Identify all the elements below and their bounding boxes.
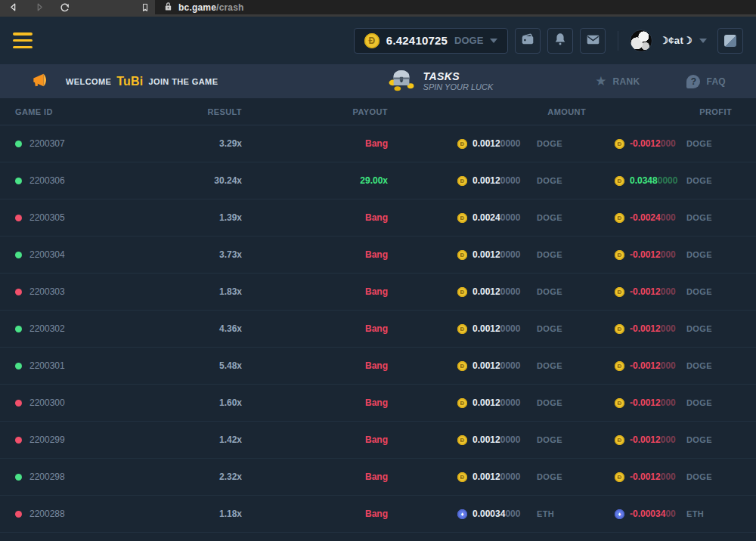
forward-arrow-icon[interactable]: [33, 1, 46, 14]
result-multiplier: 1.83x: [151, 286, 242, 297]
amount-coin-icon: Đ: [457, 287, 467, 297]
table-row[interactable]: 2200307 3.29x Bang Đ 0.00120000 DOGE Đ -…: [0, 125, 756, 162]
status-dot: [15, 437, 22, 444]
back-arrow-icon[interactable]: [6, 1, 20, 14]
welcome-message: WELCOME TuBi JOIN THE GAME: [66, 75, 218, 88]
url-text: bc.game/crash: [178, 2, 244, 13]
browser-chrome: bc.game/crash: [0, 0, 756, 17]
profit-coin-icon: Đ: [615, 472, 624, 482]
balance-selector[interactable]: Đ 6.42410725 DOGE: [354, 28, 509, 54]
status-dot: [15, 511, 22, 518]
payout-value: 29.00x: [242, 175, 388, 186]
profit-coin-icon: Đ: [615, 250, 624, 260]
profit-value: -0.0012000: [630, 360, 686, 371]
table-row[interactable]: 2200304 3.73x Bang Đ 0.00120000 DOGE Đ -…: [0, 236, 756, 274]
profit-coin-icon: Đ: [615, 398, 624, 408]
amount-coin-icon: Đ: [457, 213, 467, 223]
user-menu[interactable]: ☽¢at☽: [630, 29, 707, 52]
amount-currency: DOGE: [537, 287, 562, 296]
table-row[interactable]: 2200298 2.32x Bang Đ 0.00120000 DOGE Đ -…: [0, 459, 756, 496]
result-multiplier: 1.60x: [151, 397, 242, 408]
divider: [618, 31, 618, 51]
amount-coin-icon: Đ: [457, 472, 467, 482]
bookmark-icon[interactable]: [138, 1, 152, 14]
profit-value: -0.0012000: [630, 434, 686, 445]
amount-currency: DOGE: [537, 435, 562, 444]
question-icon: ?: [686, 75, 700, 88]
table-row[interactable]: 2200300 1.60x Bang Đ 0.00120000 DOGE Đ -…: [0, 385, 756, 422]
profit-value: -0.0012000: [630, 323, 686, 334]
treasure-chest-icon: [387, 68, 416, 95]
game-id: 2200307: [29, 138, 65, 149]
status-dot: [15, 289, 22, 295]
profit-coin-icon: Đ: [615, 435, 624, 445]
amount-coin-icon: Đ: [457, 398, 467, 408]
profit-coin-icon: Đ: [615, 213, 624, 223]
profit-value: 0.03480000: [630, 175, 686, 186]
game-history-table: GAME ID RESULT PAYOUT AMOUNT PROFIT 2200…: [0, 98, 756, 533]
payout-value: Bang: [242, 286, 388, 297]
hamburger-menu-icon[interactable]: [13, 32, 33, 48]
table-body: 2200307 3.29x Bang Đ 0.00120000 DOGE Đ -…: [0, 125, 756, 533]
table-row[interactable]: 2200302 4.36x Bang Đ 0.00120000 DOGE Đ -…: [0, 311, 756, 348]
payout-value: Bang: [242, 434, 388, 445]
profit-currency: DOGE: [686, 250, 712, 259]
faq-button[interactable]: ? FAQ: [686, 75, 726, 88]
table-row[interactable]: 2200303 1.83x Bang Đ 0.00120000 DOGE Đ -…: [0, 274, 756, 311]
result-multiplier: 1.42x: [151, 434, 242, 445]
profit-value: -0.0012000: [630, 397, 686, 408]
lock-icon: [164, 1, 172, 14]
game-id: 2200305: [29, 212, 65, 223]
amount-currency: DOGE: [537, 361, 562, 370]
refresh-icon[interactable]: [58, 1, 72, 14]
game-id: 2200306: [29, 175, 65, 186]
profit-value: -0.0012000: [630, 138, 686, 149]
payout-value: Bang: [242, 138, 388, 149]
amount-value: 0.00034000: [472, 509, 537, 519]
game-id: 2200298: [29, 471, 65, 482]
game-id: 2200300: [29, 397, 65, 408]
top-nav: Đ 6.42410725 DOGE ☽¢at☽: [0, 17, 756, 64]
profit-coin-icon: Đ: [615, 176, 624, 186]
table-header: GAME ID RESULT PAYOUT AMOUNT PROFIT: [0, 98, 756, 125]
profit-value: -0.0012000: [630, 471, 686, 482]
balance-currency: DOGE: [454, 35, 483, 46]
table-row[interactable]: 2200306 30.24x 29.00x Đ 0.00120000 DOGE …: [0, 162, 756, 199]
chat-button[interactable]: [717, 28, 743, 54]
result-multiplier: 1.39x: [151, 212, 242, 223]
payout-value: Bang: [242, 249, 388, 260]
profit-currency: DOGE: [686, 324, 712, 333]
wallet-button[interactable]: [515, 28, 541, 54]
column-payout: PAYOUT: [242, 107, 388, 116]
table-row[interactable]: 2200299 1.42x Bang Đ 0.00120000 DOGE Đ -…: [0, 422, 756, 459]
rank-button[interactable]: ★ RANK: [595, 75, 640, 88]
status-dot: [15, 178, 22, 184]
table-row[interactable]: 2200288 1.18x Bang ♦ 0.00034000 ETH ♦ -0…: [0, 496, 756, 533]
profit-coin-icon: Đ: [615, 361, 624, 371]
profit-currency: DOGE: [686, 361, 712, 370]
star-icon: ★: [595, 75, 606, 88]
status-dot: [15, 141, 22, 147]
status-dot: [15, 474, 22, 481]
result-multiplier: 5.48x: [151, 360, 242, 371]
address-bar[interactable]: bc.game/crash: [155, 0, 756, 14]
amount-value: 0.00120000: [472, 286, 537, 297]
tasks-button[interactable]: TASKS SPIN YOUR LUCK: [387, 68, 494, 95]
messages-button[interactable]: [580, 28, 606, 54]
amount-currency: ETH: [537, 509, 554, 518]
table-row[interactable]: 2200301 5.48x Bang Đ 0.00120000 DOGE Đ -…: [0, 348, 756, 385]
result-multiplier: 1.18x: [151, 509, 242, 519]
result-multiplier: 3.73x: [151, 249, 242, 260]
amount-currency: DOGE: [537, 213, 562, 222]
welcome-username: TuBi: [116, 75, 143, 88]
amount-currency: DOGE: [537, 176, 562, 185]
notifications-button[interactable]: [547, 28, 573, 54]
status-dot: [15, 252, 22, 258]
table-row[interactable]: 2200305 1.39x Bang Đ 0.00240000 DOGE Đ -…: [0, 199, 756, 236]
profit-value: -0.0003400: [630, 509, 686, 519]
amount-value: 0.00120000: [472, 175, 537, 186]
chevron-down-icon: [490, 39, 497, 43]
amount-currency: DOGE: [537, 324, 562, 333]
profit-coin-icon: ♦: [615, 509, 624, 519]
column-amount: AMOUNT: [388, 107, 586, 116]
